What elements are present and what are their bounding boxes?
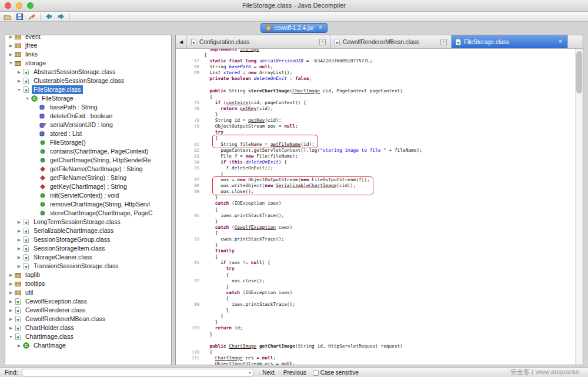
tree-item[interactable]: getFileName(String) : String — [5, 174, 171, 182]
code-text: } — [204, 319, 218, 325]
expand-arrow-icon[interactable]: ▶ — [8, 288, 14, 297]
find-input[interactable] — [22, 370, 247, 375]
tree-item[interactable]: storeChartImage(ChartImage, PageC — [5, 209, 171, 218]
tree-item[interactable]: getChartImage(String, HttpServletRe — [5, 156, 171, 165]
tree-item[interactable]: deleteOnExit : boolean — [5, 112, 171, 121]
tree-item[interactable]: ▶util — [5, 288, 171, 297]
code-token: if — [220, 159, 226, 165]
tree-item[interactable]: ▶SessionStorageItem.class — [5, 244, 171, 253]
expand-arrow-icon[interactable]: ▶ — [16, 244, 22, 253]
close-tab-icon[interactable]: × — [557, 39, 563, 45]
case-sensitive-checkbox[interactable] — [313, 370, 319, 376]
expand-arrow-icon[interactable]: ▶ — [8, 297, 14, 306]
tree-item[interactable]: ▶CewolfException.class — [5, 297, 171, 306]
tree-item[interactable]: ▶AbstractSessionStorage.class — [5, 68, 171, 76]
expand-arrow-icon[interactable]: ▶ — [8, 279, 14, 288]
close-tab-icon[interactable]: × — [319, 39, 326, 45]
tree-item[interactable]: ▶SerializableChartImage.class — [5, 226, 171, 235]
tree-item[interactable]: SserialVersionUID : long — [5, 121, 171, 129]
expand-arrow-icon[interactable]: ▶ — [16, 235, 22, 244]
close-tab-icon[interactable]: × — [440, 39, 447, 45]
tree-item[interactable]: ▶LongTermSessionStorage.class — [5, 218, 171, 226]
tree-item[interactable]: ▶CewolfRenderer.class — [5, 306, 171, 315]
expand-arrow-icon[interactable]: ▶ — [16, 218, 22, 226]
code-link[interactable]: ChartImage — [292, 88, 320, 94]
save-all-sources-icon[interactable] — [28, 13, 36, 21]
expand-arrow-icon[interactable]: ▶ — [8, 315, 14, 323]
expand-arrow-icon[interactable]: ▶ — [8, 35, 14, 41]
code-link[interactable]: SerializableChartImage — [276, 183, 336, 188]
tree-item[interactable]: ▶SessionStorageGroup.class — [5, 235, 171, 244]
tree-item[interactable]: ▶CChartImage — [5, 341, 171, 350]
tree-item[interactable]: ▶CewolfRendererMBean.class — [5, 315, 171, 323]
file-tab[interactable]: CewolfRendererMBean.class× — [330, 35, 452, 48]
code-link[interactable]: ChartImage — [229, 343, 256, 349]
expand-arrow-icon[interactable]: ▶ — [16, 68, 22, 76]
scrollbar-thumb[interactable] — [576, 51, 582, 94]
save-icon[interactable] — [15, 13, 24, 21]
expand-arrow-icon[interactable]: ▶ — [16, 226, 22, 235]
tree-item[interactable]: basePath : String — [5, 103, 171, 112]
tree-item[interactable]: contains(ChartImage, PageContext) — [5, 147, 171, 156]
tab-scroll-left-icon[interactable]: ◀ — [176, 35, 187, 48]
file-tab[interactable]: Configuration.class× — [187, 35, 330, 48]
code-link[interactable]: Storage — [240, 49, 259, 52]
code-link[interactable]: getFileName — [270, 142, 301, 147]
tree-item[interactable]: getKey(ChartImage) : String — [5, 182, 171, 191]
tree-item[interactable]: ▼CFileStorage — [5, 94, 171, 103]
tree-item-label: getFileName(String) : String — [48, 174, 128, 182]
expand-arrow-icon[interactable]: ▶ — [8, 50, 14, 59]
tree-item[interactable]: ▶StorageCleaner.class — [5, 253, 171, 262]
expand-arrow-icon[interactable]: ▶ — [8, 323, 14, 332]
tree-item[interactable]: ▶ClusterableSessionStorage.class — [5, 76, 171, 85]
highlighted-code-block: 87 oos = new ObjectOutputStream(new File… — [176, 177, 370, 195]
tree-item[interactable]: ▼FileStorage.class — [5, 85, 171, 94]
code-link[interactable]: ChartImage — [215, 355, 243, 361]
tree-item[interactable]: ▶links — [5, 50, 171, 59]
code-link[interactable]: contains — [226, 100, 249, 105]
tree-item[interactable]: ▶jfree — [5, 41, 171, 50]
find-history-dropdown-icon[interactable]: ▾ — [247, 371, 253, 375]
code-link[interactable]: getKey — [248, 118, 265, 123]
code-link[interactable]: getKey — [240, 106, 256, 111]
expand-arrow-icon[interactable]: ▶ — [8, 41, 14, 50]
vertical-scrollbar[interactable] — [575, 49, 583, 365]
close-window-button[interactable] — [5, 2, 11, 9]
open-icon[interactable] — [3, 13, 11, 21]
collapse-arrow-icon[interactable]: ▼ — [8, 59, 14, 68]
minimize-window-button[interactable] — [16, 2, 22, 9]
collapse-arrow-icon[interactable]: ▼ — [24, 94, 31, 103]
code-token: oos.writeObject( — [204, 183, 265, 188]
collapse-arrow-icon[interactable]: ▼ — [16, 85, 22, 94]
tree-item[interactable]: ▶event — [5, 35, 171, 41]
tree-item[interactable]: ▼ChartImage.class — [5, 332, 171, 341]
expand-arrow-icon[interactable]: ▶ — [16, 262, 22, 271]
close-jar-icon[interactable]: × — [319, 25, 322, 31]
window-title: FileStorage.class - Java Decompiler — [0, 0, 588, 11]
tree-item[interactable]: ▶ChartHolder.class — [5, 323, 171, 332]
tree-item[interactable]: ▼storage — [5, 59, 171, 68]
find-next-button[interactable]: ↓ Next — [258, 369, 275, 376]
expand-arrow-icon[interactable]: ▶ — [16, 76, 22, 85]
tree-item[interactable]: init(ServletContext) : void — [5, 191, 171, 200]
code-link[interactable]: CewolfException — [235, 225, 276, 230]
tree-item[interactable]: ▶TransientSessionStorage.class — [5, 262, 171, 271]
jar-tab[interactable]: cewolf-1.2.4.jar × — [260, 23, 328, 33]
tree-item[interactable]: ▶taglib — [5, 271, 171, 279]
forward-icon[interactable] — [57, 13, 65, 21]
expand-arrow-icon[interactable]: ▶ — [16, 253, 22, 262]
collapse-arrow-icon[interactable]: ▼ — [8, 332, 14, 341]
find-previous-button[interactable]: ↑ Previous — [279, 369, 306, 376]
code-text: if (oos != null) { — [204, 260, 270, 266]
tree-item[interactable]: getFileName(ChartImage) : String — [5, 165, 171, 174]
tree-item[interactable]: ▶tooltips — [5, 279, 171, 288]
expand-arrow-icon[interactable]: ▶ — [8, 271, 14, 279]
back-icon[interactable] — [45, 13, 53, 21]
tree-item[interactable]: removeChartImage(String, HttpServl — [5, 200, 171, 209]
zoom-window-button[interactable] — [27, 2, 34, 9]
tree-item[interactable]: FileStorage() — [5, 138, 171, 147]
file-tab[interactable]: FileStorage.class× — [452, 35, 568, 48]
tree-item[interactable]: stored : List — [5, 129, 171, 138]
expand-arrow-icon[interactable]: ▶ — [8, 306, 14, 315]
expand-arrow-icon[interactable]: ▶ — [16, 341, 22, 350]
